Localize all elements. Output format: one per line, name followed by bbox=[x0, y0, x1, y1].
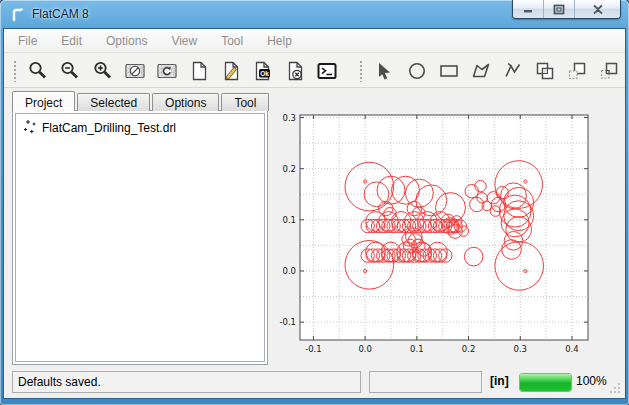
tree-item-drill-object[interactable]: FlatCam_Drilling_Test.drl bbox=[18, 118, 262, 137]
toolbar-grip[interactable] bbox=[359, 60, 362, 82]
rectangle-tool-icon bbox=[438, 60, 460, 82]
new-project-button[interactable] bbox=[188, 58, 210, 84]
minimize-button[interactable] bbox=[513, 0, 544, 18]
replot-icon bbox=[156, 60, 178, 82]
menu-file[interactable]: File bbox=[18, 34, 37, 48]
subtract-tool-icon bbox=[566, 60, 588, 82]
ok-document-button[interactable]: Ok bbox=[252, 58, 274, 84]
circle-tool-icon bbox=[406, 60, 428, 82]
status-activity-field bbox=[369, 371, 482, 393]
progress-percent: 100% bbox=[576, 374, 607, 388]
project-panel: FlatCam_Drilling_Test.drl bbox=[12, 110, 268, 365]
progress-fill bbox=[520, 374, 571, 391]
menu-view[interactable]: View bbox=[171, 34, 197, 48]
progress-bar bbox=[519, 373, 572, 392]
svg-text:0.3: 0.3 bbox=[514, 344, 528, 354]
svg-text:0.3: 0.3 bbox=[282, 113, 296, 123]
clear-plot-button[interactable] bbox=[124, 58, 146, 84]
pointer-button[interactable] bbox=[373, 58, 395, 84]
maximize-button[interactable] bbox=[544, 0, 575, 18]
polyline-tool-icon bbox=[502, 60, 524, 82]
tab-selected[interactable]: Selected bbox=[77, 93, 150, 111]
tab-tool[interactable]: Tool bbox=[221, 93, 269, 111]
title-bar[interactable]: FlatCAM 8 bbox=[0, 0, 629, 29]
client-area: File Edit Options View Tool Help bbox=[4, 29, 625, 398]
tab-project[interactable]: Project bbox=[12, 91, 75, 111]
flatcam-logo-icon bbox=[9, 6, 26, 23]
clear-plot-icon bbox=[124, 60, 146, 82]
menu-bar: File Edit Options View Tool Help bbox=[4, 29, 625, 53]
project-tree[interactable]: FlatCam_Drilling_Test.drl bbox=[15, 113, 265, 362]
polyline-tool-button[interactable] bbox=[502, 58, 524, 84]
toolbar: Ok bbox=[4, 54, 625, 88]
svg-text:0.2: 0.2 bbox=[282, 164, 296, 174]
new-file-icon bbox=[188, 60, 210, 82]
drill-plot: -0.10.00.10.20.30.4-0.10.00.10.20.3 bbox=[268, 95, 625, 368]
zoom-fit-button[interactable] bbox=[27, 58, 49, 84]
union-tool-button[interactable] bbox=[534, 58, 556, 84]
menu-tool[interactable]: Tool bbox=[221, 34, 243, 48]
window-title: FlatCAM 8 bbox=[32, 7, 89, 21]
plot-canvas[interactable]: -0.10.00.10.20.30.4-0.10.00.10.20.3 bbox=[268, 95, 625, 368]
rectangle-tool-button[interactable] bbox=[438, 58, 460, 84]
intersect-tool-button[interactable] bbox=[598, 58, 620, 84]
svg-text:0.0: 0.0 bbox=[358, 344, 372, 354]
union-tool-icon bbox=[534, 60, 556, 82]
close-button[interactable] bbox=[575, 0, 620, 18]
open-project-button[interactable] bbox=[220, 58, 242, 84]
toolbar-grip[interactable] bbox=[13, 60, 16, 82]
minimize-icon bbox=[522, 4, 534, 14]
svg-text:0.1: 0.1 bbox=[410, 344, 424, 354]
svg-text:0.2: 0.2 bbox=[462, 344, 476, 354]
svg-text:0.0: 0.0 bbox=[282, 266, 296, 276]
window-controls bbox=[512, 0, 621, 19]
cancel-document-button[interactable] bbox=[284, 58, 306, 84]
intersect-tool-icon bbox=[598, 60, 620, 82]
zoom-fit-icon bbox=[27, 60, 49, 82]
polygon-tool-icon bbox=[470, 60, 492, 82]
menu-edit[interactable]: Edit bbox=[61, 34, 82, 48]
replot-button[interactable] bbox=[156, 58, 178, 84]
status-bar: Defaults saved. [in] 100% bbox=[4, 367, 625, 398]
zoom-in-button[interactable] bbox=[92, 58, 114, 84]
circle-tool-button[interactable] bbox=[405, 58, 427, 84]
resize-grip-icon[interactable] bbox=[608, 381, 622, 395]
svg-text:0.1: 0.1 bbox=[282, 215, 296, 225]
svg-text:-0.1: -0.1 bbox=[305, 344, 322, 354]
polygon-tool-button[interactable] bbox=[470, 58, 492, 84]
subtract-tool-button[interactable] bbox=[566, 58, 588, 84]
edit-file-icon bbox=[220, 60, 242, 82]
shell-button[interactable] bbox=[316, 58, 338, 84]
menu-help[interactable]: Help bbox=[267, 34, 292, 48]
tree-item-label: FlatCam_Drilling_Test.drl bbox=[42, 121, 176, 135]
pointer-icon bbox=[373, 60, 395, 82]
status-message-field: Defaults saved. bbox=[12, 371, 361, 393]
status-message: Defaults saved. bbox=[18, 375, 101, 389]
tab-options[interactable]: Options bbox=[152, 93, 219, 111]
units-label: [in] bbox=[490, 374, 509, 388]
left-panel-tabs: Project Selected Options Tool bbox=[12, 91, 271, 111]
zoom-in-icon bbox=[92, 60, 114, 82]
ok-document-icon: Ok bbox=[252, 60, 274, 82]
app-window: FlatCAM 8 File Edit Options View Tool He… bbox=[0, 0, 629, 405]
cancel-document-icon bbox=[284, 60, 306, 82]
menu-options[interactable]: Options bbox=[106, 34, 147, 48]
shell-icon bbox=[316, 60, 338, 82]
zoom-out-icon bbox=[59, 60, 81, 82]
zoom-out-button[interactable] bbox=[59, 58, 81, 84]
svg-text:0.4: 0.4 bbox=[565, 344, 579, 354]
drill-object-icon bbox=[22, 120, 37, 135]
maximize-icon bbox=[553, 4, 565, 15]
svg-text:-0.1: -0.1 bbox=[279, 317, 296, 327]
svg-text:Ok: Ok bbox=[260, 69, 269, 76]
close-icon bbox=[592, 4, 604, 15]
